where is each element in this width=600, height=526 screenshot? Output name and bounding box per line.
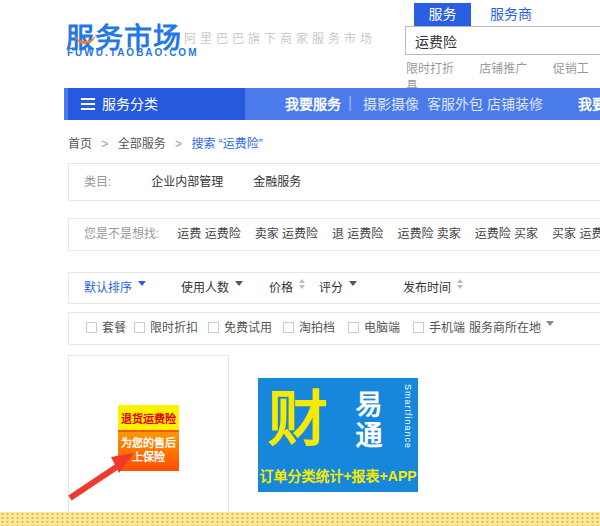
sort-publish-time-label: 发布时间 bbox=[403, 281, 451, 295]
nav-item-customer-service[interactable]: 客服外包 bbox=[427, 88, 483, 120]
promo-title: 退货运费险 bbox=[118, 405, 179, 430]
arrow-updown-icon bbox=[299, 276, 306, 292]
nav-item-photography[interactable]: 摄影摄像 bbox=[363, 88, 419, 120]
suggestion-link[interactable]: 卖家 运费险 bbox=[255, 227, 318, 241]
sort-rating[interactable]: 评分 bbox=[319, 273, 357, 303]
nav-item-my-services[interactable]: 我要服务 bbox=[285, 88, 341, 120]
bottom-banner-strip bbox=[0, 512, 600, 526]
hot-link-discount[interactable]: 限时打折 bbox=[406, 62, 454, 76]
checkbox-icon[interactable] bbox=[134, 322, 145, 333]
filter-limited-discount-label: 限时折扣 bbox=[150, 321, 198, 335]
filter-package-label: 套餐 bbox=[102, 321, 126, 335]
filter-taopaidang[interactable]: 淘拍档 bbox=[283, 313, 335, 344]
main-nav: 服务分类 我要服务 | 摄影摄像 客服外包 店铺装修 我要 bbox=[64, 88, 600, 120]
service-category-label: 服务分类 bbox=[102, 96, 158, 112]
page: 服务市场 FUWU.TAOBAO.COM 阿里巴巴旗下商家服务市场 服务 服务商… bbox=[0, 0, 600, 526]
breadcrumb-separator: > bbox=[175, 137, 182, 151]
caiyitong-caption: 订单分类统计+报表+APP bbox=[258, 465, 418, 485]
suggestion-link[interactable]: 运费 运费险 bbox=[177, 227, 240, 241]
suggestion-link[interactable]: 买家 运费险 bbox=[552, 227, 600, 241]
checkbox-icon[interactable] bbox=[283, 322, 294, 333]
sort-price[interactable]: 价格 bbox=[269, 273, 306, 303]
sort-rating-label: 评分 bbox=[319, 281, 343, 295]
filter-mobile[interactable]: 手机端 bbox=[413, 313, 465, 344]
checkbox-icon[interactable] bbox=[348, 322, 359, 333]
arrow-updown-icon bbox=[457, 276, 464, 292]
breadcrumb-home[interactable]: 首页 bbox=[68, 137, 92, 151]
filter-free-trial-label: 免费试用 bbox=[224, 321, 272, 335]
service-category-button[interactable]: 服务分类 bbox=[68, 88, 245, 120]
suggestions-label: 您是不是想找: bbox=[84, 227, 159, 241]
category-filter-box: 类目:企业内部管理金融服务 bbox=[68, 163, 600, 201]
filter-package[interactable]: 套餐 bbox=[86, 313, 126, 344]
search-input[interactable] bbox=[405, 26, 600, 55]
sort-publish-time[interactable]: 发布时间 bbox=[403, 273, 464, 303]
breadcrumb-all-services[interactable]: 全部服务 bbox=[118, 137, 166, 151]
breadcrumb-separator: > bbox=[101, 137, 108, 151]
logo-domain: FUWU.TAOBAO.COM bbox=[67, 47, 198, 58]
search-tab-provider[interactable]: 服务商 bbox=[477, 3, 545, 26]
caiyitong-vertical-text: Smartfinance bbox=[403, 384, 413, 449]
logo-tagline: 阿里巴巴旗下商家服务市场 bbox=[184, 29, 376, 46]
filter-free-trial[interactable]: 免费试用 bbox=[208, 313, 272, 344]
category-link-finance[interactable]: 金融服务 bbox=[253, 175, 301, 189]
chevron-down-icon bbox=[546, 321, 554, 330]
filter-mobile-label: 手机端 bbox=[429, 321, 465, 335]
hamburger-icon bbox=[81, 98, 95, 113]
category-link-enterprise[interactable]: 企业内部管理 bbox=[151, 175, 223, 189]
sort-bar: 默认排序 使用人数 价格 评分 发布时间 bbox=[68, 272, 600, 304]
filter-limited-discount[interactable]: 限时折扣 bbox=[134, 313, 198, 344]
arrow-down-icon bbox=[235, 281, 243, 290]
arrow-down-icon bbox=[138, 281, 146, 290]
result-card-freight-insurance[interactable]: 退货运费险 为您的售后 上保险 bbox=[68, 355, 229, 520]
caiyitong-brand-char: 财 bbox=[268, 388, 328, 452]
arrow-down-icon bbox=[349, 281, 357, 290]
breadcrumb: 首页 > 全部服务 > 搜索 “运费险” bbox=[68, 134, 263, 151]
result-card-caiyitong[interactable]: 财 易通 Smartfinance 订单分类统计+报表+APP bbox=[258, 378, 418, 492]
nav-divider: | bbox=[348, 88, 352, 120]
checkbox-icon[interactable] bbox=[86, 322, 97, 333]
filter-pc[interactable]: 电脑端 bbox=[348, 313, 400, 344]
nav-item-truncated[interactable]: 我要 bbox=[578, 88, 600, 120]
sort-default-label: 默认排序 bbox=[84, 281, 132, 295]
provider-location-dropdown[interactable]: 服务商所在地 bbox=[469, 313, 554, 344]
search-suggestions-box: 您是不是想找:运费 运费险卖家 运费险退 运费险运费险 卖家运费险 买家买家 运… bbox=[68, 218, 600, 251]
sort-default[interactable]: 默认排序 bbox=[84, 273, 146, 303]
suggestion-link[interactable]: 退 运费险 bbox=[332, 227, 383, 241]
sort-users-label: 使用人数 bbox=[181, 281, 229, 295]
suggestion-link[interactable]: 运费险 卖家 bbox=[397, 227, 460, 241]
search-tab-service[interactable]: 服务 bbox=[414, 3, 471, 26]
breadcrumb-current-search: 搜索 “运费险” bbox=[191, 137, 262, 151]
sort-price-label: 价格 bbox=[269, 281, 293, 295]
provider-location-label: 服务商所在地 bbox=[469, 321, 541, 335]
suggestion-link[interactable]: 运费险 买家 bbox=[475, 227, 538, 241]
filter-taopaidang-label: 淘拍档 bbox=[299, 321, 335, 335]
filter-bar: 套餐 限时折扣 免费试用 淘拍档 电脑端 手机端 服务商所在地 bbox=[68, 312, 600, 345]
nav-item-shop-decoration[interactable]: 店铺装修 bbox=[487, 88, 543, 120]
checkbox-icon[interactable] bbox=[413, 322, 424, 333]
filter-pc-label: 电脑端 bbox=[364, 321, 400, 335]
caiyitong-brand-rest: 易通 bbox=[354, 390, 384, 452]
red-arrow-icon bbox=[68, 446, 140, 504]
category-label: 类目: bbox=[84, 175, 111, 189]
sort-users[interactable]: 使用人数 bbox=[181, 273, 243, 303]
hot-link-promotion[interactable]: 店铺推广 bbox=[479, 62, 527, 76]
checkbox-icon[interactable] bbox=[208, 322, 219, 333]
